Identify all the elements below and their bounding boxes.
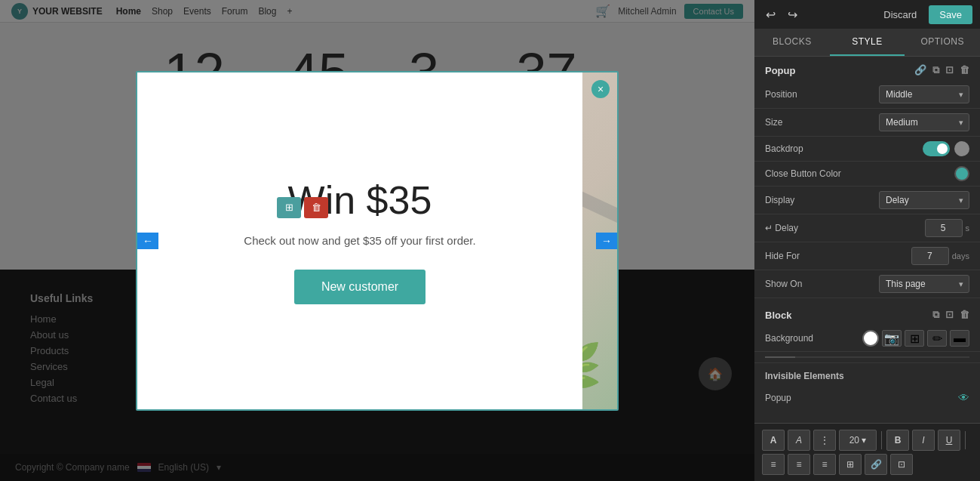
tab-blocks[interactable]: BLOCKS [754, 29, 830, 56]
scroll-indicator [765, 356, 969, 358]
delay-row: ↵ Delay s [754, 214, 980, 242]
backdrop-label: Backdrop [765, 143, 833, 154]
popup-section-duplicate-icon[interactable]: ⊡ [945, 64, 954, 76]
backdrop-toggle-wrapper [923, 141, 969, 156]
position-row: Position Top Middle Bottom [754, 81, 980, 109]
invisible-elements-section: Invisible Elements Popup 👁 [754, 363, 980, 415]
popup-edit-toolbar: ⊞ 🗑 [277, 197, 328, 218]
position-label: Position [765, 89, 833, 100]
invisible-popup-label: Popup [765, 393, 791, 403]
tt-sep2 [965, 431, 966, 449]
popup-delete-button[interactable]: 🗑 [304, 197, 328, 218]
redo-button[interactable]: ↪ [784, 6, 801, 23]
size-dropdown-wrapper: Small Medium Large [879, 113, 969, 131]
position-dropdown[interactable]: Top Middle Bottom [879, 85, 969, 103]
popup-section-title: Popup [765, 65, 795, 76]
size-dropdown[interactable]: Small Medium Large [879, 113, 969, 131]
hide-for-control: days [833, 247, 969, 265]
show-on-dropdown[interactable]: This page All pages [879, 275, 969, 293]
popup-overlay: 🌿 ℹ ⊞ 🗑 Win $35 Check out now and get $3… [0, 0, 754, 481]
position-dropdown-wrapper: Top Middle Bottom [879, 85, 969, 103]
block-copy-icon[interactable]: ⧉ [932, 309, 939, 321]
delay-control: s [833, 219, 969, 237]
block-section-header: Block ⧉ ⊡ 🗑 [754, 301, 980, 325]
popup-grid-button[interactable]: ⊞ [277, 197, 301, 218]
popup-section-header: Popup 🔗 ⧉ ⊡ 🗑 [754, 57, 980, 81]
popup-close-button[interactable]: × [591, 80, 610, 98]
tab-options[interactable]: OPTIONS [905, 29, 980, 56]
popup-container: 🌿 ℹ ⊞ 🗑 Win $35 Check out now and get $3… [136, 71, 619, 411]
delay-unit: s [966, 224, 970, 233]
panel-bottom-toolbar: A A ⋮ 20 ▾ B I U ≡ ≡ ≡ ⊞ 🔗 ⊡ [754, 423, 980, 481]
tt-align[interactable]: ≡ [813, 454, 836, 475]
tt-font-style[interactable]: A [788, 430, 810, 451]
tt-list[interactable]: ≡ [762, 454, 785, 475]
backdrop-toggle-off[interactable] [954, 141, 969, 156]
tt-table[interactable]: ⊞ [839, 454, 862, 475]
save-button[interactable]: Save [929, 5, 972, 24]
tt-font-color[interactable]: A [762, 430, 785, 451]
position-control: Top Middle Bottom [833, 85, 969, 103]
block-duplicate-icon[interactable]: ⊡ [945, 309, 954, 321]
tt-italic[interactable]: I [912, 430, 935, 451]
popup-section-link-icon[interactable]: 🔗 [914, 64, 926, 76]
popup-section-copy-icon[interactable]: ⧉ [932, 64, 939, 76]
discard-button[interactable]: Discard [877, 6, 923, 23]
background-control: 📷 ⊞ ✏ ▬ [833, 330, 969, 347]
tt-font-menu[interactable]: ⋮ [813, 430, 836, 451]
popup-resize-left[interactable]: ← [137, 233, 158, 249]
backdrop-toggle[interactable] [923, 141, 950, 156]
tt-embed[interactable]: ⊡ [890, 454, 913, 475]
backdrop-row: Backdrop [754, 137, 980, 162]
eye-icon[interactable]: 👁 [958, 391, 969, 404]
delay-label: ↵ Delay [765, 223, 833, 233]
block-delete-icon[interactable]: 🗑 [960, 309, 969, 321]
undo-button[interactable]: ↩ [762, 6, 779, 23]
popup-section-icons: 🔗 ⧉ ⊡ 🗑 [914, 64, 969, 76]
panel-tabs: BLOCKS STYLE OPTIONS [754, 29, 980, 57]
close-button-color-dot[interactable] [954, 166, 969, 181]
close-button-color-label: Close Button Color [765, 168, 841, 179]
background-pattern-button[interactable]: ⊞ [905, 330, 924, 347]
display-row: Display Always Delay Once [754, 187, 980, 214]
text-toolbar: A A ⋮ 20 ▾ B I U ≡ ≡ ≡ ⊞ 🔗 ⊡ [762, 430, 972, 475]
hide-for-unit: days [952, 251, 969, 261]
popup-cta-button[interactable]: New customer [294, 270, 425, 304]
popup-section-delete-icon[interactable]: 🗑 [960, 64, 969, 76]
backdrop-control [833, 141, 969, 156]
background-video-button[interactable]: ▬ [950, 330, 969, 347]
background-image-button[interactable]: 📷 [882, 330, 902, 347]
hide-for-input[interactable] [911, 247, 949, 265]
panel-toolbar: ↩ ↪ Discard Save [754, 0, 980, 29]
tt-sep1 [881, 431, 882, 449]
background-color-swatch[interactable] [862, 330, 879, 347]
right-panel: ↩ ↪ Discard Save BLOCKS STYLE OPTIONS Po… [754, 0, 980, 481]
block-section-title: Block [765, 310, 791, 321]
size-label: Size [765, 117, 833, 128]
block-section-icons: ⧉ ⊡ 🗑 [932, 309, 969, 321]
backdrop-toggle-knob [937, 143, 948, 154]
close-button-color-row: Close Button Color [754, 162, 980, 187]
tab-style[interactable]: STYLE [830, 29, 905, 56]
popup-resize-right[interactable]: → [596, 233, 617, 249]
close-button-color-control [841, 166, 969, 181]
tt-underline[interactable]: U [938, 430, 960, 451]
display-dropdown[interactable]: Always Delay Once [879, 191, 969, 209]
invisible-elements-header: Invisible Elements [765, 371, 969, 381]
scroll-thumb [765, 356, 795, 358]
undo-redo-group: ↩ ↪ [762, 6, 801, 23]
popup-content-area: ℹ ⊞ 🗑 Win $35 Check out now and get $35 … [137, 72, 582, 409]
popup-subtitle: Check out now and get $35 off your first… [244, 234, 475, 247]
tt-font-size[interactable]: 20 ▾ [839, 430, 877, 451]
tt-link[interactable]: 🔗 [865, 454, 887, 475]
tt-ordered-list[interactable]: ≡ [788, 454, 810, 475]
display-control: Always Delay Once [833, 191, 969, 209]
show-on-control: This page All pages [833, 275, 969, 293]
panel-content: Popup 🔗 ⧉ ⊡ 🗑 Position Top Middle Bottom [754, 57, 980, 423]
background-gradient-button[interactable]: ✏ [927, 330, 947, 347]
delay-input[interactable] [925, 219, 963, 237]
display-dropdown-wrapper: Always Delay Once [879, 191, 969, 209]
tt-bold[interactable]: B [886, 430, 909, 451]
size-control: Small Medium Large [833, 113, 969, 131]
show-on-row: Show On This page All pages [754, 270, 980, 298]
